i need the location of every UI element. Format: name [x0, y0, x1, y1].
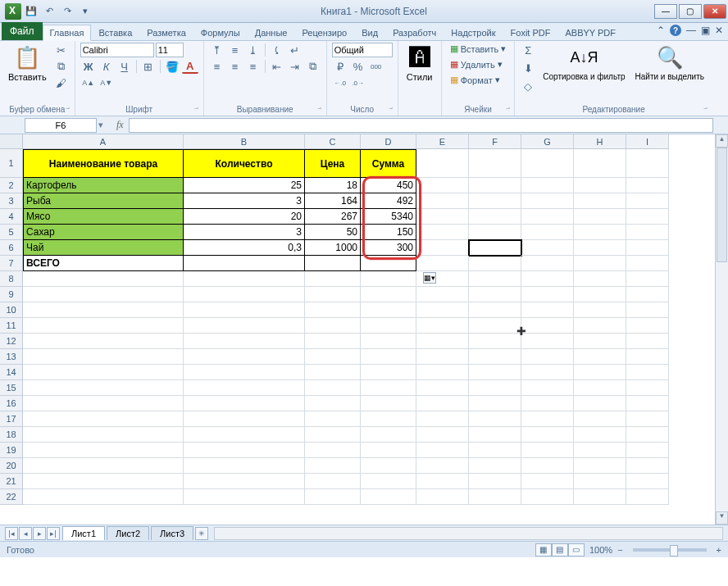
cell[interactable]: [626, 178, 669, 193]
cell[interactable]: [626, 209, 669, 225]
view-pagebreak-button[interactable]: ▭: [568, 543, 585, 556]
row-header-17[interactable]: 17: [0, 411, 23, 427]
scroll-up-button[interactable]: ▲: [716, 134, 728, 148]
cell[interactable]: [626, 349, 669, 365]
cell[interactable]: Цена: [305, 149, 361, 178]
cell[interactable]: [469, 380, 521, 396]
fx-icon[interactable]: fx: [116, 119, 124, 131]
cell[interactable]: [574, 149, 626, 178]
col-header-I[interactable]: I: [626, 134, 669, 149]
cell[interactable]: [574, 318, 626, 334]
cell[interactable]: [184, 411, 305, 427]
cell[interactable]: [184, 271, 305, 287]
cell[interactable]: [469, 149, 521, 178]
cell[interactable]: 450: [361, 178, 416, 193]
new-sheet-button[interactable]: ✳: [195, 527, 208, 540]
paste-button[interactable]: 📋 Вставить: [5, 43, 50, 84]
cell[interactable]: [521, 149, 574, 178]
select-all-corner[interactable]: [0, 134, 23, 149]
cell[interactable]: [521, 302, 574, 318]
format-painter-button[interactable]: 🖌: [53, 75, 70, 90]
sort-filter-button[interactable]: A↓Я Сортировка и фильтр: [539, 43, 628, 83]
cell[interactable]: [521, 225, 574, 240]
cut-button[interactable]: ✂: [53, 43, 70, 57]
font-family-select[interactable]: [80, 43, 154, 57]
row-header-14[interactable]: 14: [0, 365, 23, 380]
col-header-F[interactable]: F: [469, 134, 521, 149]
cell[interactable]: [574, 302, 626, 318]
zoom-out-button[interactable]: −: [617, 545, 622, 555]
row-header-5[interactable]: 5: [0, 225, 23, 240]
cell[interactable]: [361, 474, 416, 489]
close-button[interactable]: ✕: [703, 4, 726, 19]
cell[interactable]: [521, 443, 574, 458]
clear-button[interactable]: ◇: [520, 79, 536, 93]
row-header-11[interactable]: 11: [0, 318, 23, 334]
cell[interactable]: 164: [305, 193, 361, 209]
cell[interactable]: [361, 489, 416, 505]
cell[interactable]: [416, 240, 469, 256]
cell[interactable]: [23, 380, 184, 396]
row-header-4[interactable]: 4: [0, 209, 23, 225]
cell[interactable]: [574, 427, 626, 443]
format-cells-button[interactable]: ▦Формат ▾: [447, 74, 510, 86]
cell[interactable]: [521, 178, 574, 193]
cell[interactable]: [521, 287, 574, 302]
cell[interactable]: [305, 380, 361, 396]
sheet-nav-prev[interactable]: ◂: [19, 527, 32, 540]
align-right-button[interactable]: ≡: [245, 59, 262, 74]
cell[interactable]: [23, 349, 184, 365]
cell[interactable]: [416, 209, 469, 225]
cell[interactable]: [469, 302, 521, 318]
cell[interactable]: [521, 256, 574, 271]
cell[interactable]: [469, 271, 521, 287]
cell[interactable]: [184, 302, 305, 318]
cell[interactable]: [574, 209, 626, 225]
cell[interactable]: [626, 318, 669, 334]
tab-developer[interactable]: Разработч: [385, 24, 444, 40]
formula-input[interactable]: [129, 118, 713, 133]
cell[interactable]: [416, 225, 469, 240]
cell[interactable]: [184, 427, 305, 443]
maximize-button[interactable]: ▢: [679, 4, 702, 19]
cell[interactable]: [305, 411, 361, 427]
tab-view[interactable]: Вид: [354, 24, 385, 40]
cell[interactable]: [626, 271, 669, 287]
qat-save[interactable]: 💾: [23, 3, 39, 20]
cell[interactable]: [521, 489, 574, 505]
cell[interactable]: [574, 458, 626, 474]
cell[interactable]: [469, 411, 521, 427]
cell[interactable]: [23, 287, 184, 302]
cell[interactable]: [305, 287, 361, 302]
sheet-nav-last[interactable]: ▸|: [47, 527, 60, 540]
doc-close-icon[interactable]: ✕: [715, 25, 723, 36]
col-header-A[interactable]: A: [23, 134, 184, 149]
cell[interactable]: 300: [361, 240, 416, 256]
cell[interactable]: [626, 458, 669, 474]
cell[interactable]: [184, 443, 305, 458]
grow-font-button[interactable]: A▲: [80, 75, 97, 90]
cell[interactable]: [574, 365, 626, 380]
view-layout-button[interactable]: ▤: [552, 543, 568, 556]
cell[interactable]: [184, 349, 305, 365]
orientation-button[interactable]: ⤹: [269, 43, 285, 57]
cell[interactable]: [305, 318, 361, 334]
row-header-22[interactable]: 22: [0, 489, 23, 505]
row-header-3[interactable]: 3: [0, 193, 23, 209]
cell[interactable]: [626, 334, 669, 349]
cell[interactable]: [521, 240, 574, 256]
cell[interactable]: [23, 458, 184, 474]
cell[interactable]: [305, 474, 361, 489]
cell[interactable]: 267: [305, 209, 361, 225]
cell[interactable]: [305, 396, 361, 411]
cell[interactable]: [574, 411, 626, 427]
cell[interactable]: [305, 458, 361, 474]
cell[interactable]: 25: [184, 178, 305, 193]
cell[interactable]: [361, 443, 416, 458]
zoom-in-button[interactable]: +: [717, 545, 721, 555]
row-header-12[interactable]: 12: [0, 334, 23, 349]
cell[interactable]: [416, 334, 469, 349]
cell[interactable]: [521, 349, 574, 365]
cell[interactable]: [416, 365, 469, 380]
tab-abbyy[interactable]: ABBYY PDF: [557, 24, 623, 40]
